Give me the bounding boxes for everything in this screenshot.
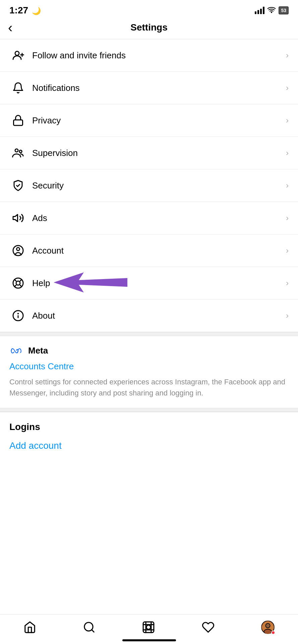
time-display: 1:27: [9, 5, 28, 15]
chevron-icon: ›: [286, 148, 289, 158]
back-button[interactable]: ‹: [8, 21, 12, 34]
help-label: Help: [32, 278, 286, 288]
svg-marker-7: [13, 215, 18, 222]
settings-item-privacy[interactable]: Privacy ›: [0, 104, 298, 137]
svg-point-12: [16, 281, 20, 285]
settings-item-account[interactable]: Account ›: [0, 234, 298, 267]
header: ‹ Settings: [0, 19, 298, 39]
account-label: Account: [32, 246, 286, 256]
wifi-icon: [267, 6, 276, 15]
svg-rect-23: [143, 622, 154, 633]
home-icon: [23, 621, 36, 634]
nav-search[interactable]: [83, 621, 96, 634]
settings-item-notifications[interactable]: Notifications ›: [0, 72, 298, 104]
meta-section: Meta Accounts Centre Control settings fo…: [0, 336, 298, 408]
nav-reels[interactable]: [142, 621, 155, 634]
meta-logo-row: Meta: [9, 345, 289, 356]
svg-line-16: [14, 285, 16, 286]
svg-line-22: [92, 630, 94, 632]
search-icon: [83, 621, 96, 634]
chevron-icon: ›: [286, 213, 289, 223]
svg-line-14: [20, 285, 21, 286]
svg-line-15: [20, 279, 21, 281]
about-label: About: [32, 311, 286, 321]
logins-section: Logins Add account: [0, 412, 298, 460]
page-title: Settings: [130, 22, 167, 33]
logins-title: Logins: [9, 422, 289, 432]
status-icons: 53: [255, 6, 289, 15]
svg-point-30: [266, 624, 270, 628]
person-circle-icon: [9, 242, 27, 259]
privacy-label: Privacy: [32, 115, 286, 126]
settings-item-about[interactable]: About ›: [0, 300, 298, 332]
moon-icon: 🌙: [32, 7, 41, 15]
svg-point-0: [271, 12, 272, 13]
supervision-icon: [9, 144, 27, 162]
svg-point-24: [146, 625, 151, 630]
svg-point-8: [22, 218, 23, 219]
signal-icon: [255, 7, 264, 14]
home-indicator: [122, 639, 176, 641]
add-account-button[interactable]: Add account: [9, 440, 289, 451]
settings-item-help[interactable]: Help ›: [0, 267, 298, 300]
settings-item-follow[interactable]: Follow and invite friends ›: [0, 39, 298, 72]
supervision-label: Supervision: [32, 148, 286, 158]
add-person-icon: [9, 47, 27, 64]
chevron-icon: ›: [286, 83, 289, 93]
status-time: 1:27 🌙: [9, 5, 41, 16]
shield-check-icon: [9, 177, 27, 194]
meta-text: Meta: [28, 345, 48, 356]
section-divider: [0, 332, 298, 336]
svg-rect-4: [14, 120, 23, 126]
accounts-centre-link[interactable]: Accounts Centre: [9, 361, 289, 372]
profile-notification-dot: [271, 631, 275, 635]
follow-label: Follow and invite friends: [32, 50, 286, 61]
settings-item-security[interactable]: Security ›: [0, 169, 298, 202]
section-divider-2: [0, 408, 298, 412]
megaphone-icon: [9, 209, 27, 227]
chevron-icon: ›: [286, 116, 289, 125]
svg-point-6: [19, 150, 22, 153]
meta-description: Control settings for connected experienc…: [9, 376, 289, 408]
settings-item-supervision[interactable]: Supervision ›: [0, 137, 298, 169]
chevron-icon: ›: [286, 311, 289, 320]
security-label: Security: [32, 180, 286, 191]
lifebuoy-icon: [9, 274, 27, 292]
nav-home[interactable]: [23, 621, 36, 634]
lock-icon: [9, 112, 27, 129]
nav-profile[interactable]: [261, 621, 275, 634]
battery-icon: 53: [279, 6, 289, 14]
svg-line-13: [14, 279, 16, 281]
ads-label: Ads: [32, 213, 286, 223]
meta-logo-icon: [9, 347, 24, 355]
settings-item-ads[interactable]: Ads ›: [0, 202, 298, 234]
chevron-icon: ›: [286, 51, 289, 60]
svg-point-10: [17, 248, 20, 251]
heart-icon: [202, 621, 215, 634]
svg-point-31: [264, 629, 272, 634]
notifications-label: Notifications: [32, 83, 286, 93]
status-bar: 1:27 🌙 53: [0, 0, 298, 19]
svg-point-5: [15, 149, 18, 152]
nav-activity[interactable]: [202, 621, 215, 634]
bell-icon: [9, 79, 27, 97]
chevron-icon: ›: [286, 246, 289, 255]
chevron-icon: ›: [286, 278, 289, 288]
chevron-icon: ›: [286, 181, 289, 190]
settings-list: Follow and invite friends › Notification…: [0, 39, 298, 332]
svg-point-1: [15, 51, 19, 55]
info-circle-icon: [9, 307, 27, 324]
reels-icon: [142, 621, 155, 634]
